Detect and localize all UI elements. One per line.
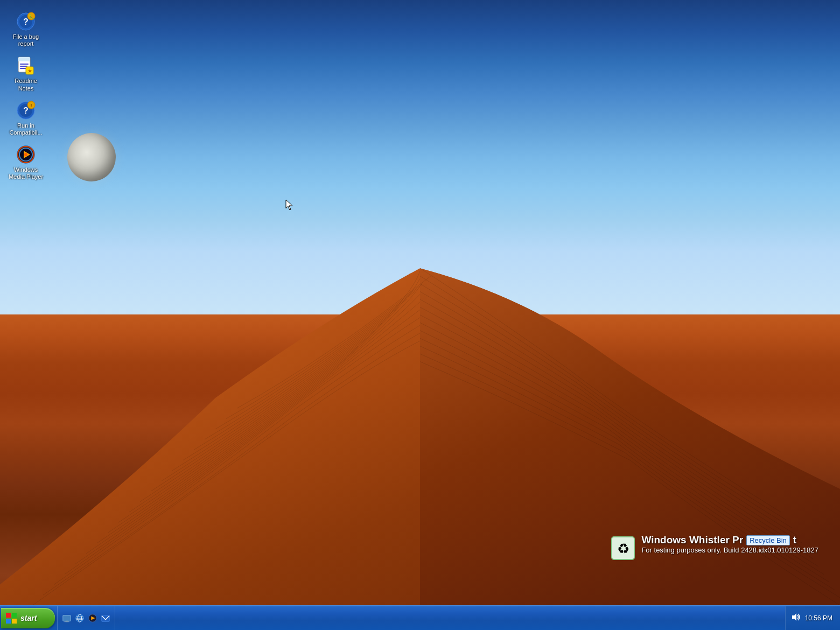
media-player-button[interactable] xyxy=(87,612,99,624)
ie-browser-button[interactable] xyxy=(74,612,86,624)
readme-notes-icon[interactable]: ★ Readme Notes xyxy=(4,54,47,94)
svg-rect-26 xyxy=(6,613,11,618)
watermark-subtitle: For testing purposes only. Build 2428.id… xyxy=(641,546,818,554)
sky-background xyxy=(0,0,840,314)
show-desktop-button[interactable] xyxy=(61,612,73,624)
run-compatibility-icon[interactable]: ? ! Run in Compatibil... xyxy=(4,99,47,138)
svg-rect-28 xyxy=(6,619,11,624)
recycle-bin-label: Recycle Bin xyxy=(746,535,790,545)
readme-icon-image: ★ xyxy=(16,56,36,75)
compatibility-icon-image: ? ! xyxy=(16,101,36,120)
windows-media-player-label: Windows Media Player xyxy=(6,166,45,180)
svg-rect-8 xyxy=(20,64,29,65)
svg-text:?: ? xyxy=(23,17,29,26)
moon xyxy=(67,133,116,181)
volume-icon xyxy=(791,612,801,622)
desktop: ? 🐛 File a bug report xyxy=(0,0,840,605)
svg-point-23 xyxy=(24,153,27,156)
recycle-bin-notification-icon[interactable]: ♻ xyxy=(609,534,637,562)
wmp-icon-image xyxy=(16,145,36,164)
watermark-title: Windows Whistler Pr xyxy=(641,534,743,546)
windows-logo xyxy=(5,612,17,624)
svg-rect-7 xyxy=(18,60,30,61)
run-compatibility-label: Run in Compatibil... xyxy=(6,122,45,136)
start-label: start xyxy=(20,614,37,622)
file-bug-report-icon[interactable]: ? 🐛 File a bug report xyxy=(4,10,47,50)
taskbar: start xyxy=(0,605,840,630)
quick-launch-area xyxy=(57,606,115,630)
clock[interactable]: 10:56 PM xyxy=(803,614,835,622)
outlook-express-icon xyxy=(101,613,110,624)
outlook-express-button[interactable] xyxy=(100,612,111,624)
svg-text:♻: ♻ xyxy=(617,541,629,557)
svg-rect-30 xyxy=(63,615,71,621)
svg-text:?: ? xyxy=(23,106,29,115)
svg-rect-32 xyxy=(65,621,69,622)
ie-icon xyxy=(75,613,85,624)
windows-media-player-icon[interactable]: Windows Media Player xyxy=(4,143,47,183)
desktop-notification: ♻ Windows Whistler Pr Recycle Bin t For … xyxy=(609,534,818,562)
svg-marker-41 xyxy=(792,613,796,621)
bug-report-icon-image: ? 🐛 xyxy=(16,12,36,31)
svg-text:!: ! xyxy=(31,103,32,108)
desktop-icons-area: ? 🐛 File a bug report xyxy=(0,5,52,187)
svg-rect-27 xyxy=(12,613,17,618)
readme-notes-label: Readme Notes xyxy=(6,78,45,92)
volume-button[interactable] xyxy=(791,612,801,624)
file-bug-report-label: File a bug report xyxy=(6,33,45,47)
svg-text:🐛: 🐛 xyxy=(29,13,35,20)
start-button[interactable]: start xyxy=(1,608,55,628)
system-tray: 10:56 PM xyxy=(785,606,840,630)
svg-text:★: ★ xyxy=(27,68,32,74)
show-desktop-icon xyxy=(62,613,72,624)
svg-rect-29 xyxy=(12,619,17,624)
media-player-quick-icon xyxy=(88,613,97,624)
svg-rect-10 xyxy=(20,68,26,69)
